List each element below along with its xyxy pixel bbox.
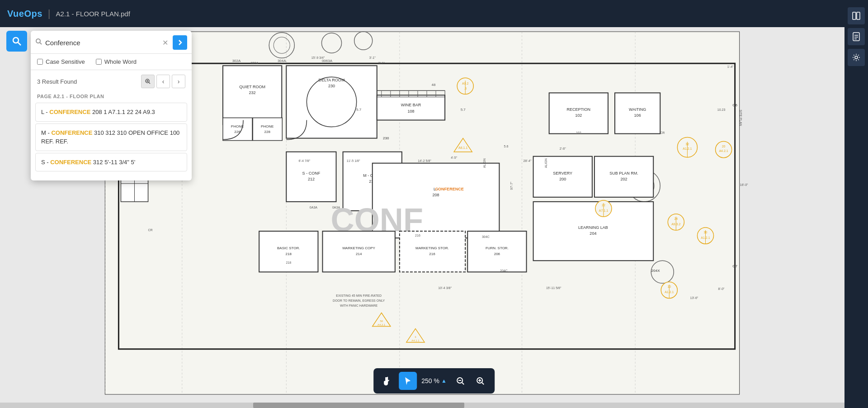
svg-text:WAITING: WAITING: [629, 107, 646, 112]
svg-text:CR: CR: [148, 228, 153, 232]
horizontal-scrollbar[interactable]: [0, 403, 844, 408]
svg-text:ALIGN: ALIGN: [483, 158, 486, 168]
svg-line-10: [40, 43, 42, 44]
svg-rect-0: [853, 12, 856, 19]
case-sensitive-checkbox[interactable]: [37, 59, 43, 65]
whole-word-checkbox[interactable]: [96, 59, 102, 65]
svg-text:214: 214: [356, 252, 362, 256]
result-item-3[interactable]: S - CONFERENCE 312 5'-11 3/4" 5': [35, 153, 187, 172]
search-input[interactable]: [45, 39, 158, 47]
svg-text:4'-5": 4'-5": [451, 156, 457, 159]
whole-word-label[interactable]: Whole Word: [96, 58, 137, 65]
svg-text:108: 108: [407, 109, 414, 114]
next-result-button[interactable]: ›: [172, 75, 185, 88]
zoom-level: 250 % ▲: [419, 377, 449, 384]
svg-text:228: 228: [264, 130, 271, 134]
svg-rect-34: [286, 66, 377, 138]
svg-text:QUIET ROOM: QUIET ROOM: [239, 85, 265, 89]
svg-text:MARKETING COPY: MARKETING COPY: [342, 246, 375, 250]
svg-text:1'-4": 1'-4": [727, 65, 734, 68]
svg-text:218: 218: [286, 261, 291, 264]
search-panel: ✕ Case Sensitive Whole Word 3 Result Fou…: [31, 31, 192, 180]
svg-text:A4.2.1: A4.2.1: [377, 323, 386, 326]
search-go-button[interactable]: [173, 35, 187, 50]
svg-text:20: 20: [722, 145, 726, 148]
svg-text:CR: CR: [660, 131, 665, 134]
svg-text:216: 216: [415, 234, 420, 237]
svg-text:97'-7": 97'-7": [510, 181, 513, 190]
svg-text:230: 230: [383, 136, 389, 140]
svg-text:3'-1": 3'-1": [369, 56, 376, 59]
cursor-tool-button[interactable]: [399, 372, 417, 390]
svg-line-177: [462, 383, 464, 384]
clear-search-button[interactable]: ✕: [160, 38, 170, 48]
svg-text:200: 200: [559, 177, 566, 181]
svg-rect-44: [377, 95, 445, 120]
topbar: VueOps | A2.1 - FLOOR PLAN.pdf: [0, 0, 868, 27]
svg-text:0A3A: 0A3A: [332, 206, 340, 209]
svg-text:208: 208: [433, 193, 439, 197]
svg-text:15'-11 5/8": 15'-11 5/8": [546, 286, 561, 289]
logo: VueOps: [7, 9, 42, 19]
zoom-result-button[interactable]: [141, 75, 155, 88]
svg-text:16'-0": 16'-0": [740, 183, 748, 186]
split-panel-button[interactable]: [848, 7, 865, 24]
prev-result-button[interactable]: ‹: [156, 75, 170, 88]
svg-text:216: 216: [429, 252, 435, 256]
svg-text:SUB PLAN RM.: SUB PLAN RM.: [609, 171, 638, 176]
result-item-2[interactable]: M - CONFERENCE 310 312 310 OPEN OFFICE 1…: [35, 123, 187, 151]
svg-rect-38: [223, 118, 252, 140]
svg-text:S - CONF: S - CONF: [302, 171, 321, 176]
svg-text:10'-4 3/8": 10'-4 3/8": [438, 286, 452, 289]
svg-text:WINE BAR: WINE BAR: [401, 103, 421, 107]
svg-rect-1: [857, 12, 860, 19]
svg-text:212: 212: [308, 177, 315, 181]
filename: A2.1 - FLOOR PLAN.pdf: [56, 10, 130, 18]
result-1-highlight: CONFERENCE: [49, 109, 90, 115]
svg-text:206: 206: [494, 252, 500, 256]
results-count: 3 Result Found: [37, 78, 77, 85]
search-toggle-button[interactable]: [6, 31, 27, 52]
svg-text:0B3A: 0B3A: [251, 62, 259, 65]
zoom-out-button[interactable]: [451, 372, 469, 390]
settings-button[interactable]: [848, 49, 865, 66]
svg-text:204X: 204X: [651, 269, 660, 273]
svg-point-6: [855, 56, 858, 59]
svg-text:11'-5 1/8": 11'-5 1/8": [347, 159, 360, 162]
svg-text:FURN. STOR.: FURN. STOR.: [486, 246, 509, 250]
svg-text:8'-0": 8'-0": [718, 287, 725, 290]
scrollbar-thumb[interactable]: [253, 403, 464, 408]
svg-text:A8.1.1: A8.1.1: [458, 146, 467, 149]
svg-text:28'-4": 28'-4": [524, 159, 532, 162]
svg-text:G7: G7: [732, 264, 737, 268]
svg-rect-41: [253, 118, 282, 140]
logo-vue: Vue: [7, 9, 24, 19]
svg-text:SITE PLAN: SITE PLAN: [739, 110, 742, 126]
svg-text:MARKETING STOR.: MARKETING STOR.: [415, 246, 449, 250]
svg-line-180: [482, 383, 484, 384]
result-3-highlight: CONFERENCE: [50, 159, 91, 166]
svg-text:ALIGN: ALIGN: [544, 158, 547, 168]
document-button[interactable]: [848, 28, 865, 45]
search-input-row: ✕: [31, 31, 192, 54]
svg-text:PHONE: PHONE: [261, 124, 274, 128]
svg-text:BASIC STOR.: BASIC STOR.: [277, 246, 300, 250]
result-item-1[interactable]: L - CONFERENCE 208 1 A7.1.1 22 24 A9.3: [35, 103, 187, 122]
nav-buttons: ‹ ›: [141, 75, 185, 88]
svg-text:A4.2.1: A4.2.1: [719, 149, 728, 152]
case-sensitive-text: Case Sensitive: [46, 58, 85, 65]
svg-text:232: 232: [249, 90, 256, 95]
svg-text:5.7: 5.7: [461, 108, 466, 112]
zoom-value: 250 %: [421, 377, 439, 384]
case-sensitive-label[interactable]: Case Sensitive: [37, 58, 85, 65]
svg-text:304A: 304A: [278, 59, 286, 63]
checkbox-row: Case Sensitive Whole Word: [31, 54, 192, 70]
zoom-in-button[interactable]: [471, 372, 489, 390]
svg-text:48: 48: [432, 83, 436, 87]
svg-text:50: 50: [380, 320, 383, 323]
result-3-suffix: 312 5'-11 3/4" 5': [91, 159, 135, 166]
svg-text:204: 204: [590, 231, 596, 236]
hand-tool-button[interactable]: [379, 372, 397, 390]
svg-text:5.7: 5.7: [356, 108, 362, 112]
logo-ops: Ops: [24, 9, 42, 19]
